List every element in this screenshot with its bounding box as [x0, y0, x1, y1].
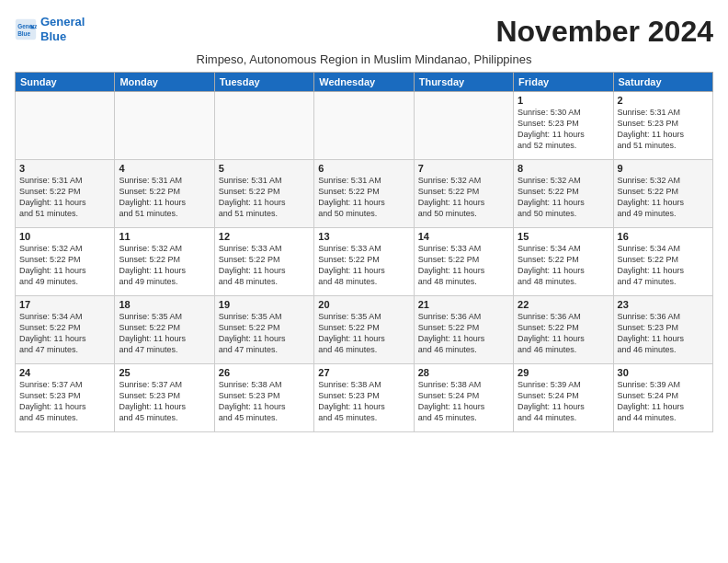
day-info: Sunrise: 5:36 AM Sunset: 5:22 PM Dayligh… [518, 311, 609, 356]
day-number: 9 [618, 163, 709, 174]
day-cell: 29Sunrise: 5:39 AM Sunset: 5:24 PM Dayli… [514, 364, 613, 432]
day-cell: 17Sunrise: 5:34 AM Sunset: 5:22 PM Dayli… [16, 296, 115, 364]
day-number: 18 [119, 299, 210, 310]
day-info: Sunrise: 5:38 AM Sunset: 5:23 PM Dayligh… [318, 379, 409, 424]
day-info: Sunrise: 5:36 AM Sunset: 5:23 PM Dayligh… [618, 311, 709, 356]
col-wednesday: Wednesday [314, 73, 414, 92]
day-info: Sunrise: 5:34 AM Sunset: 5:22 PM Dayligh… [518, 243, 609, 288]
week-row-1: 1Sunrise: 5:30 AM Sunset: 5:23 PM Daylig… [16, 92, 713, 160]
day-number: 12 [219, 231, 310, 242]
day-cell: 28Sunrise: 5:38 AM Sunset: 5:24 PM Dayli… [414, 364, 513, 432]
day-cell: 8Sunrise: 5:32 AM Sunset: 5:22 PM Daylig… [514, 160, 613, 228]
day-cell: 26Sunrise: 5:38 AM Sunset: 5:23 PM Dayli… [214, 364, 313, 432]
day-number: 11 [119, 231, 210, 242]
day-number: 4 [119, 163, 210, 174]
day-number: 28 [418, 367, 509, 378]
day-info: Sunrise: 5:36 AM Sunset: 5:22 PM Dayligh… [418, 311, 509, 356]
col-thursday: Thursday [414, 73, 513, 92]
day-info: Sunrise: 5:32 AM Sunset: 5:22 PM Dayligh… [518, 175, 609, 220]
day-info: Sunrise: 5:39 AM Sunset: 5:24 PM Dayligh… [518, 379, 609, 424]
day-cell: 23Sunrise: 5:36 AM Sunset: 5:23 PM Dayli… [613, 296, 712, 364]
day-info: Sunrise: 5:33 AM Sunset: 5:22 PM Dayligh… [318, 243, 409, 288]
calendar-table: Sunday Monday Tuesday Wednesday Thursday… [15, 72, 713, 432]
logo-icon: General Blue [15, 18, 37, 40]
day-info: Sunrise: 5:38 AM Sunset: 5:23 PM Dayligh… [219, 379, 310, 424]
day-number: 21 [418, 299, 509, 310]
day-info: Sunrise: 5:31 AM Sunset: 5:22 PM Dayligh… [19, 175, 110, 220]
day-number: 19 [219, 299, 310, 310]
day-number: 27 [318, 367, 409, 378]
day-info: Sunrise: 5:39 AM Sunset: 5:24 PM Dayligh… [618, 379, 709, 424]
day-info: Sunrise: 5:31 AM Sunset: 5:23 PM Dayligh… [618, 107, 709, 152]
header: General Blue General Blue November 2024 [15, 15, 713, 49]
day-info: Sunrise: 5:30 AM Sunset: 5:23 PM Dayligh… [518, 107, 609, 152]
day-cell: 27Sunrise: 5:38 AM Sunset: 5:23 PM Dayli… [314, 364, 414, 432]
day-info: Sunrise: 5:34 AM Sunset: 5:22 PM Dayligh… [618, 243, 709, 288]
col-tuesday: Tuesday [214, 73, 313, 92]
day-number: 13 [318, 231, 409, 242]
day-number: 10 [19, 231, 110, 242]
week-row-5: 24Sunrise: 5:37 AM Sunset: 5:23 PM Dayli… [16, 364, 713, 432]
day-number: 23 [618, 299, 709, 310]
day-cell: 5Sunrise: 5:31 AM Sunset: 5:22 PM Daylig… [214, 160, 313, 228]
svg-text:Blue: Blue [17, 30, 30, 37]
day-number: 15 [518, 231, 609, 242]
calendar-page: General Blue General Blue November 2024 … [0, 0, 728, 563]
day-cell [314, 92, 414, 160]
day-info: Sunrise: 5:34 AM Sunset: 5:22 PM Dayligh… [19, 311, 110, 356]
day-number: 2 [618, 95, 709, 106]
day-number: 22 [518, 299, 609, 310]
day-number: 20 [318, 299, 409, 310]
day-cell: 12Sunrise: 5:33 AM Sunset: 5:22 PM Dayli… [214, 228, 313, 296]
day-cell: 3Sunrise: 5:31 AM Sunset: 5:22 PM Daylig… [16, 160, 115, 228]
day-cell: 2Sunrise: 5:31 AM Sunset: 5:23 PM Daylig… [613, 92, 712, 160]
day-cell: 22Sunrise: 5:36 AM Sunset: 5:22 PM Dayli… [514, 296, 613, 364]
day-number: 25 [119, 367, 210, 378]
day-cell: 13Sunrise: 5:33 AM Sunset: 5:22 PM Dayli… [314, 228, 414, 296]
day-cell: 15Sunrise: 5:34 AM Sunset: 5:22 PM Dayli… [514, 228, 613, 296]
day-cell [414, 92, 513, 160]
header-row: Sunday Monday Tuesday Wednesday Thursday… [16, 73, 713, 92]
day-info: Sunrise: 5:35 AM Sunset: 5:22 PM Dayligh… [318, 311, 409, 356]
day-number: 16 [618, 231, 709, 242]
day-cell [214, 92, 313, 160]
day-info: Sunrise: 5:37 AM Sunset: 5:23 PM Dayligh… [19, 379, 110, 424]
col-monday: Monday [115, 73, 214, 92]
week-row-4: 17Sunrise: 5:34 AM Sunset: 5:22 PM Dayli… [16, 296, 713, 364]
day-cell: 10Sunrise: 5:32 AM Sunset: 5:22 PM Dayli… [16, 228, 115, 296]
col-saturday: Saturday [613, 73, 712, 92]
day-cell: 7Sunrise: 5:32 AM Sunset: 5:22 PM Daylig… [414, 160, 513, 228]
day-cell: 25Sunrise: 5:37 AM Sunset: 5:23 PM Dayli… [115, 364, 214, 432]
day-number: 29 [518, 367, 609, 378]
day-number: 6 [318, 163, 409, 174]
day-cell: 19Sunrise: 5:35 AM Sunset: 5:22 PM Dayli… [214, 296, 313, 364]
day-info: Sunrise: 5:38 AM Sunset: 5:24 PM Dayligh… [418, 379, 509, 424]
day-info: Sunrise: 5:32 AM Sunset: 5:22 PM Dayligh… [19, 243, 110, 288]
day-info: Sunrise: 5:31 AM Sunset: 5:22 PM Dayligh… [318, 175, 409, 220]
day-cell: 30Sunrise: 5:39 AM Sunset: 5:24 PM Dayli… [613, 364, 712, 432]
day-number: 8 [518, 163, 609, 174]
day-number: 1 [518, 95, 609, 106]
day-cell: 4Sunrise: 5:31 AM Sunset: 5:22 PM Daylig… [115, 160, 214, 228]
day-info: Sunrise: 5:32 AM Sunset: 5:22 PM Dayligh… [618, 175, 709, 220]
day-number: 5 [219, 163, 310, 174]
subtitle: Rimpeso, Autonomous Region in Muslim Min… [15, 52, 713, 66]
day-info: Sunrise: 5:33 AM Sunset: 5:22 PM Dayligh… [219, 243, 310, 288]
day-cell [115, 92, 214, 160]
day-cell: 20Sunrise: 5:35 AM Sunset: 5:22 PM Dayli… [314, 296, 414, 364]
day-number: 30 [618, 367, 709, 378]
day-number: 7 [418, 163, 509, 174]
logo-text: General Blue [40, 15, 85, 43]
day-number: 26 [219, 367, 310, 378]
day-cell: 9Sunrise: 5:32 AM Sunset: 5:22 PM Daylig… [613, 160, 712, 228]
day-number: 3 [19, 163, 110, 174]
day-cell: 14Sunrise: 5:33 AM Sunset: 5:22 PM Dayli… [414, 228, 513, 296]
day-info: Sunrise: 5:37 AM Sunset: 5:23 PM Dayligh… [119, 379, 210, 424]
day-number: 14 [418, 231, 509, 242]
day-info: Sunrise: 5:33 AM Sunset: 5:22 PM Dayligh… [418, 243, 509, 288]
day-number: 17 [19, 299, 110, 310]
day-cell: 21Sunrise: 5:36 AM Sunset: 5:22 PM Dayli… [414, 296, 513, 364]
day-info: Sunrise: 5:35 AM Sunset: 5:22 PM Dayligh… [119, 311, 210, 356]
week-row-3: 10Sunrise: 5:32 AM Sunset: 5:22 PM Dayli… [16, 228, 713, 296]
col-sunday: Sunday [16, 73, 115, 92]
